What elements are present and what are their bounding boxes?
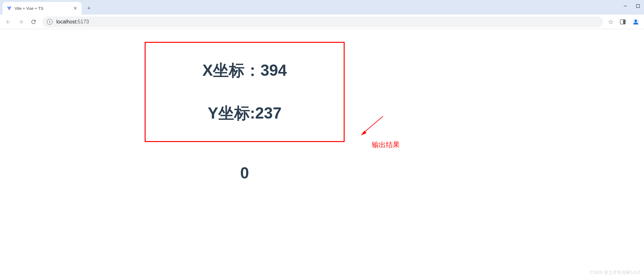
site-info-icon[interactable]: i — [47, 19, 53, 25]
new-tab-button[interactable]: + — [84, 3, 94, 13]
tab-bar: Vite + Vue + TS ✕ + — [0, 0, 644, 15]
svg-rect-1 — [636, 4, 640, 8]
address-bar[interactable]: i localhost:5173 — [42, 16, 603, 27]
x-value: 394 — [260, 61, 287, 79]
close-icon[interactable]: ✕ — [73, 5, 78, 11]
browser-tab[interactable]: Vite + Vue + TS ✕ — [3, 2, 82, 15]
url-text: localhost:5173 — [56, 19, 89, 25]
bookmark-icon[interactable]: ☆ — [608, 18, 614, 26]
toolbar-right: ☆ — [608, 18, 640, 26]
annotation-label: 输出结果 — [372, 140, 400, 150]
maximize-icon[interactable] — [635, 3, 641, 9]
svg-rect-3 — [623, 20, 625, 24]
side-panel-icon[interactable] — [620, 19, 626, 25]
url-port: 5173 — [78, 19, 89, 24]
x-coordinate-heading: X坐标：394 — [203, 60, 287, 81]
forward-button[interactable] — [17, 18, 25, 26]
window-controls — [622, 3, 641, 9]
vite-icon — [6, 5, 12, 11]
browser-chrome: Vite + Vue + TS ✕ + i localhost:5173 ☆ — [0, 0, 644, 29]
back-button[interactable] — [4, 18, 12, 26]
minimize-icon[interactable] — [622, 3, 628, 9]
page-content: X坐标：394 Y坐标:237 0 输出结果 CSDN @土井塔克树1412 — [0, 29, 644, 278]
profile-icon[interactable] — [632, 18, 640, 26]
zero-heading: 0 — [145, 164, 345, 182]
x-label: X坐标： — [203, 61, 260, 79]
y-label: Y坐标: — [208, 104, 255, 122]
coordinate-box: X坐标：394 Y坐标:237 — [145, 42, 345, 142]
url-domain: localhost: — [56, 19, 78, 24]
svg-point-5 — [635, 20, 637, 22]
watermark: CSDN @土井塔克树1412 — [590, 270, 640, 275]
svg-line-6 — [362, 116, 383, 134]
tab-title: Vite + Vue + TS — [15, 6, 70, 11]
y-coordinate-heading: Y坐标:237 — [208, 103, 281, 124]
y-value: 237 — [255, 104, 281, 122]
reload-button[interactable] — [30, 18, 37, 26]
address-bar-row: i localhost:5173 ☆ — [0, 15, 644, 29]
arrow-icon — [358, 115, 386, 140]
